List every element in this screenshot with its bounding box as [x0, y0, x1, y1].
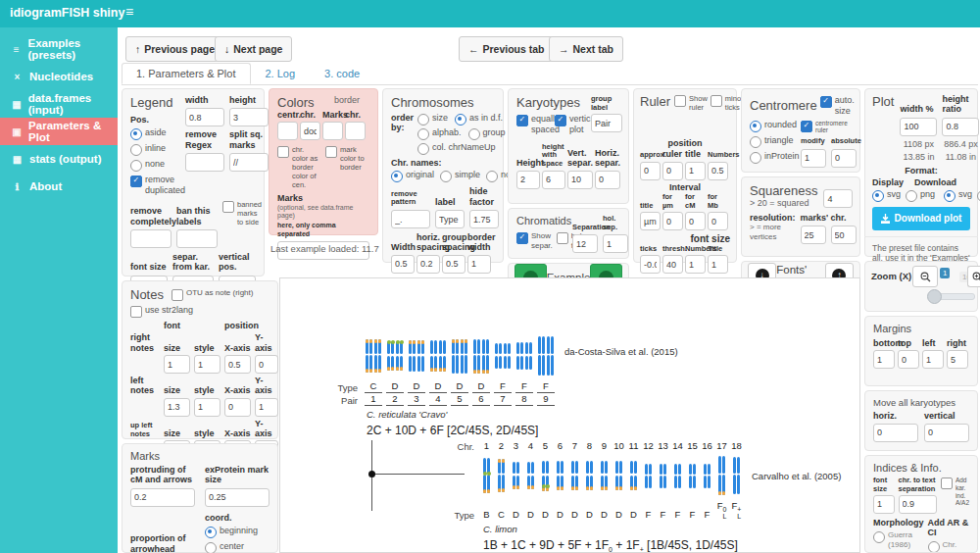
sidebar-item-stats[interactable]: ▦ stats (output) [0, 145, 118, 173]
chrom-names-simple-radio[interactable] [440, 171, 452, 182]
indices-add-kar-checkbox[interactable] [941, 478, 953, 489]
next-tab-button[interactable]: → Next tab [549, 36, 623, 62]
notes-left-x-input[interactable] [224, 398, 251, 417]
tab-log[interactable]: 2. Log [251, 63, 311, 84]
chrom-gspacing-input[interactable] [442, 255, 466, 274]
ruler-show-checkbox[interactable] [674, 95, 686, 107]
sidebar-item-dataframes[interactable]: ▦ data.frames (input) [0, 90, 118, 118]
colors-mark-to-border-checkbox[interactable] [325, 146, 337, 158]
ruler-for-um-input[interactable] [662, 212, 683, 230]
margins-left-input[interactable] [922, 350, 944, 369]
margins-bottom-input[interactable] [873, 350, 895, 369]
chrom-order-group-radio[interactable] [468, 128, 480, 140]
margins-right-input[interactable] [947, 350, 968, 369]
plot-height-ratio-input[interactable] [942, 118, 979, 136]
legend-remove-duplicated-checkbox[interactable] [130, 176, 142, 187]
chrom-names-none-radio[interactable] [486, 171, 498, 182]
sidebar-item-nucleotides[interactable]: × Nucleotides [0, 63, 118, 90]
centromere-rounded-radio[interactable] [750, 121, 761, 132]
kar-vsep-input[interactable] [567, 171, 593, 189]
colors-chr-input[interactable] [300, 122, 320, 140]
ruler-minor-ticks-checkbox[interactable] [710, 95, 722, 107]
chromatids-hol-forbid-checkbox[interactable] [557, 232, 568, 244]
zoom-slider-handle[interactable] [927, 289, 942, 304]
legend-pos-aside-radio[interactable] [130, 128, 142, 140]
move-horiz-input[interactable] [873, 424, 918, 442]
chrom-label-input[interactable] [435, 210, 465, 228]
notes-otu-checkbox[interactable] [172, 289, 183, 301]
kar-equally-spaced-checkbox[interactable] [516, 115, 528, 126]
ruler-for-mb-input[interactable] [708, 212, 728, 230]
margins-top-input[interactable] [898, 350, 919, 369]
centromere-absolute-input[interactable] [831, 149, 857, 168]
colors-marks-input[interactable] [322, 122, 343, 140]
zoom-in-button[interactable] [967, 266, 980, 287]
legend-width-input[interactable] [185, 108, 224, 126]
legend-split-input[interactable] [229, 153, 269, 172]
kar-group-input[interactable] [591, 114, 622, 132]
move-vertical-input[interactable] [924, 424, 969, 442]
legend-regex-input[interactable] [185, 153, 224, 172]
legend-pos-inline-radio[interactable] [130, 144, 142, 156]
ruler-numbers-pos-input[interactable] [708, 162, 728, 180]
notes-right-y-input[interactable] [255, 355, 278, 374]
chrom-hide-input[interactable] [469, 210, 499, 228]
notes-right-x-input[interactable] [224, 355, 251, 374]
legend-banned-side-checkbox[interactable] [222, 201, 234, 213]
chromatids-separation-input[interactable] [572, 234, 598, 253]
arci-chr-index-radio[interactable] [928, 541, 940, 553]
legend-height-input[interactable] [229, 108, 269, 126]
sidebar-item-about[interactable]: ℹ About [0, 173, 118, 200]
chromatids-hol-sep-input[interactable] [603, 234, 628, 253]
notes-str2lang-checkbox[interactable] [130, 306, 142, 318]
sidebar-item-examples[interactable]: ≡ Examples (presets) [0, 35, 118, 63]
hamburger-menu-icon[interactable]: ≡ [125, 4, 133, 20]
chrom-bwidth-input[interactable] [467, 255, 491, 274]
tab-parameters-plot[interactable]: 1. Parameters & Plot [122, 63, 251, 84]
ruler-font-numbers-input[interactable] [685, 255, 706, 274]
chrom-hspacing-input[interactable] [416, 255, 440, 274]
centromere-ruler-checkbox[interactable] [801, 121, 812, 132]
chrom-order-asindf-radio[interactable] [455, 114, 466, 126]
chrom-order-chrnameup-radio[interactable] [417, 143, 429, 155]
squareness-input[interactable] [823, 189, 853, 208]
marks-coord-center-radio[interactable] [205, 542, 217, 553]
ruler-thresh-input[interactable] [662, 255, 683, 274]
squareness-chr-input[interactable] [831, 226, 857, 244]
chromatids-show-separ-checkbox[interactable] [516, 232, 528, 244]
notes-right-size-input[interactable] [164, 355, 190, 374]
ruler-ticks-input[interactable] [640, 255, 661, 274]
marks-coord-beginning-radio[interactable] [205, 527, 217, 538]
centromere-modify-input[interactable] [801, 149, 826, 168]
plot-display-svg-radio[interactable] [872, 190, 884, 202]
previous-tab-button[interactable]: ← Previous tab [459, 36, 555, 62]
previous-page-button[interactable]: ↑ Previous page [125, 36, 224, 62]
download-plot-button[interactable]: Download plot [872, 207, 970, 230]
plot-download-svg-radio[interactable] [944, 190, 956, 202]
chrom-pattern-input[interactable] [391, 210, 430, 228]
next-page-button[interactable]: ↓ Next page [215, 36, 292, 62]
plot-display-png-radio[interactable] [906, 190, 917, 202]
kar-height-input[interactable] [516, 171, 540, 189]
chrom-names-original-radio[interactable] [391, 171, 403, 182]
morphology-guerra-radio[interactable] [873, 531, 885, 543]
notes-left-y-input[interactable] [255, 398, 278, 417]
kar-hsep-input[interactable] [595, 171, 620, 189]
tab-code[interactable]: 3. code [310, 63, 374, 84]
plot-width-input[interactable] [900, 118, 937, 136]
colors-border-chr-input[interactable] [345, 122, 366, 140]
squareness-marks-input[interactable] [801, 226, 826, 244]
marks-exprotein-input[interactable] [205, 488, 270, 507]
chrom-order-alphab-radio[interactable] [417, 128, 429, 140]
sidebar-item-parameters[interactable]: ▣ Parameters & Plot [0, 118, 118, 145]
legend-ban-input[interactable] [176, 229, 218, 248]
legend-remove-completely-input[interactable] [130, 229, 172, 248]
kar-hws-input[interactable] [542, 171, 565, 189]
ruler-approx-input[interactable] [640, 162, 661, 180]
centromere-inprotein-radio[interactable] [750, 152, 761, 164]
zoom-out-button[interactable] [912, 266, 938, 287]
ruler-title-pos-input[interactable] [685, 162, 706, 180]
kar-vertic-plot-checkbox[interactable] [555, 115, 566, 126]
colors-centr-input[interactable] [277, 122, 298, 140]
notes-right-style-input[interactable] [194, 355, 220, 374]
